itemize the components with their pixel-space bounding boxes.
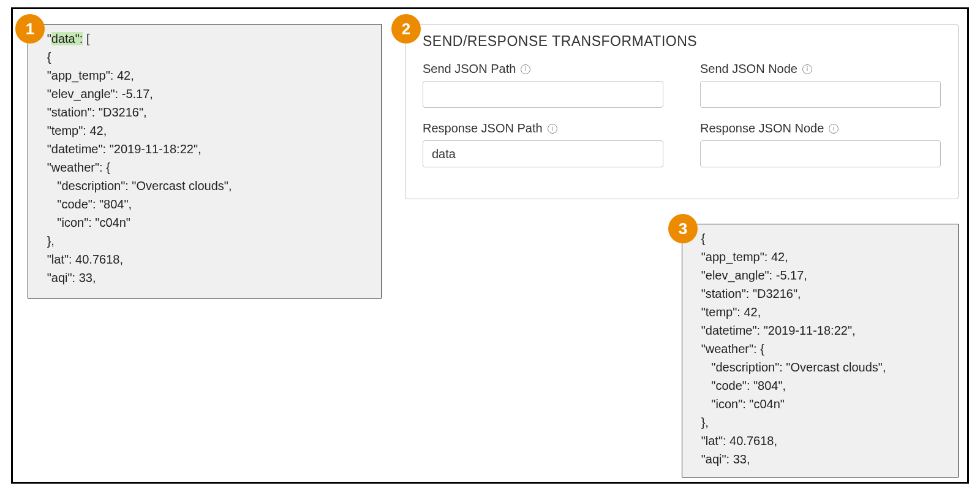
label-text: Send JSON Node [700,62,797,76]
code-line: "elev_angle": -5.17, [37,87,153,101]
code-line: "data": [ [37,32,90,45]
badge-number: 3 [679,219,687,238]
response-json-path-field: Response JSON Path i [423,121,663,167]
label-text: Send JSON Path [423,62,516,76]
code-line: "lat": 40.7618, [691,434,777,447]
transformations-panel: SEND/RESPONSE TRANSFORMATIONS Send JSON … [405,24,959,199]
badge-number: 2 [402,20,410,39]
info-icon[interactable]: i [548,124,557,134]
code-line: "lat": 40.7618, [37,253,123,266]
send-json-node-input[interactable] [700,81,941,108]
code-line: "datetime": "2019-11-18:22", [37,142,202,156]
code-line: "description": "Overcast clouds", [691,360,886,374]
send-json-path-field: Send JSON Path i [423,62,663,108]
code-line: "app_temp": 42, [37,69,134,82]
label-text: Response JSON Node [700,121,824,135]
code-line: "station": "D3216", [691,287,801,300]
info-icon[interactable]: i [521,64,530,74]
code-line: "code": "804", [37,197,132,211]
code-line: "description": "Overcast clouds", [37,179,232,192]
form-row: Response JSON Path i Response JSON Node … [423,121,941,167]
badge-number: 1 [26,20,34,39]
info-icon[interactable]: i [829,124,839,134]
label-text: Response JSON Path [423,121,543,135]
code-line: "icon": "c04n" [37,216,130,229]
info-icon[interactable]: i [802,64,812,74]
outer-frame: 1 "data": [ { "app_temp": 42, "elev_angl… [11,7,969,484]
code-line: }, [691,416,709,429]
code-line: "datetime": "2019-11-18:22", [691,324,856,337]
response-json-node-input[interactable] [700,140,941,167]
send-json-node-field: Send JSON Node i [700,62,941,108]
send-json-path-input[interactable] [423,81,663,108]
code-line: "temp": 42, [691,305,761,319]
code-line: "aqi": 33, [691,452,750,466]
code-line: "icon": "c04n" [691,397,785,411]
highlighted-key: data": [51,32,83,45]
response-json-path-input[interactable] [423,140,663,167]
json-result-box: { "app_temp": 42, "elev_angle": -5.17, "… [682,224,959,478]
response-json-node-field: Response JSON Node i [700,121,941,167]
code-line: "temp": 42, [37,124,107,137]
panel-title: SEND/RESPONSE TRANSFORMATIONS [423,33,941,50]
json-source-box: "data": [ { "app_temp": 42, "elev_angle"… [28,24,382,299]
code-line: "code": "804", [691,379,786,392]
code-line: { [37,50,51,64]
code-line: "weather": { [37,161,110,174]
form-row: Send JSON Path i Send JSON Node i [423,62,941,108]
step-badge-3: 3 [668,214,698,243]
code-line: "station": "D3216", [37,105,147,119]
field-label: Response JSON Node i [700,121,941,135]
field-label: Send JSON Node i [700,62,941,76]
step-badge-1: 1 [15,14,45,44]
step-badge-2: 2 [391,14,421,44]
code-line: "app_temp": 42, [691,250,788,264]
code-line: }, [37,234,55,248]
field-label: Response JSON Path i [423,121,663,135]
field-label: Send JSON Path i [423,62,663,76]
code-line: "aqi": 33, [37,271,96,284]
code-line: "elev_angle": -5.17, [691,268,807,282]
code-line: "weather": { [691,342,764,356]
